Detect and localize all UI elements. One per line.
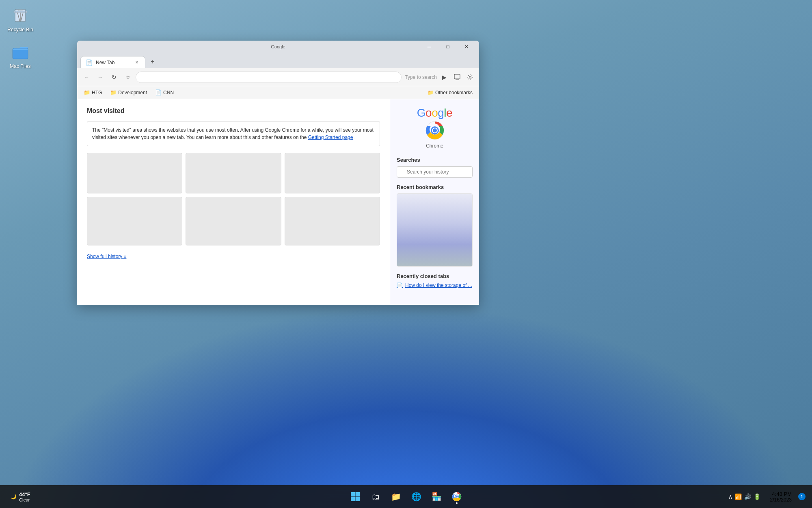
chrome-sub-label: Chrome	[426, 143, 443, 149]
search-history-input[interactable]	[397, 166, 473, 178]
taskbar-right: ∧ 📶 🔊 🔋 4:48 PM 2/16/2023 1	[728, 489, 806, 504]
browser-titlebar: Google ─ □ ✕	[77, 41, 479, 53]
taskbar-icon-search[interactable]: 🗂	[367, 488, 384, 506]
svg-rect-6	[18, 9, 22, 11]
back-button[interactable]: ←	[80, 71, 93, 83]
closed-tab-item[interactable]: 📄 How do I view the storage of ...	[397, 282, 473, 288]
logo-e: e	[446, 106, 452, 119]
system-tray-icons: ∧ 📶 🔊 🔋	[728, 493, 760, 500]
bookmark-development-label: Development	[118, 90, 147, 96]
start-button[interactable]	[346, 488, 364, 506]
svg-rect-21	[356, 497, 360, 501]
tray-battery[interactable]: 🔋	[754, 493, 760, 500]
tab-label: New Tab	[96, 60, 114, 65]
bookmark-cnn-label: CNN	[163, 90, 174, 96]
thumbnail-6[interactable]	[285, 197, 380, 245]
recent-bookmarks-area	[397, 193, 473, 267]
window-controls: ─ □ ✕	[420, 41, 476, 53]
desktop: Recycle Bin Mac Files Google ─ □ ✕ 📄	[0, 0, 812, 508]
thumbnail-4[interactable]	[87, 197, 182, 245]
weather-temp: 44°F	[19, 491, 30, 497]
chrome-settings-button[interactable]	[464, 72, 476, 83]
browser-title: Google	[271, 44, 285, 49]
browser-window: Google ─ □ ✕ 📄 New Tab ✕ + ← → ↻ ☆ Type …	[77, 41, 479, 305]
svg-point-26	[456, 496, 458, 498]
chrome-menu-arrow-button[interactable]: ▶	[438, 72, 450, 83]
recently-closed-title: Recently closed tabs	[397, 273, 473, 279]
weather-widget[interactable]: 🌙 44°F Clear	[6, 490, 35, 504]
searches-section: Searches 🔍	[397, 157, 473, 178]
close-button[interactable]: ✕	[457, 41, 476, 53]
thumbnail-3[interactable]	[285, 153, 380, 193]
closed-tab-favicon: 📄	[397, 282, 403, 288]
logo-o2: o	[432, 106, 438, 119]
show-full-history-link[interactable]: Show full history »	[87, 254, 126, 259]
taskbar-icon-edge[interactable]: 🌐	[407, 488, 425, 506]
getting-started-link[interactable]: Getting Started page	[308, 135, 353, 140]
browser-tabbar: 📄 New Tab ✕ +	[77, 53, 479, 68]
browser-navbar: ← → ↻ ☆ Type to search ▶	[77, 68, 479, 86]
thumbnail-1[interactable]	[87, 153, 182, 193]
searches-title: Searches	[397, 157, 473, 163]
bookmark-development-icon: 📁	[110, 89, 117, 96]
browser-tab-newtab[interactable]: 📄 New Tab ✕	[80, 56, 145, 68]
tab-close-button[interactable]: ✕	[134, 59, 140, 66]
svg-rect-18	[351, 492, 355, 497]
chrome-logo-circle	[425, 120, 445, 142]
search-history-wrapper: 🔍	[397, 166, 473, 178]
mac-files-label: Mac Files	[10, 63, 30, 69]
other-bookmarks[interactable]: 📁 Other bookmarks	[424, 89, 476, 97]
svg-rect-19	[356, 492, 360, 497]
bookmark-cnn-icon: 📄	[155, 89, 162, 96]
mac-files-icon[interactable]: Mac Files	[4, 41, 37, 71]
thumbnail-2[interactable]	[186, 153, 281, 193]
desktop-wallpaper-bloom	[0, 305, 812, 508]
recent-bookmarks-title: Recent bookmarks	[397, 184, 473, 190]
tray-sound[interactable]: 🔊	[744, 493, 751, 500]
browser-content: Most visited The "Most visited" area sho…	[77, 99, 479, 305]
svg-rect-10	[454, 74, 460, 79]
recycle-bin-icon[interactable]: Recycle Bin	[4, 4, 37, 34]
forward-button[interactable]: →	[94, 71, 106, 83]
new-tab-button[interactable]: +	[147, 56, 158, 67]
info-card: The "Most visited" area shows the websit…	[87, 121, 380, 146]
logo-o1: o	[425, 106, 432, 119]
svg-rect-20	[351, 497, 355, 501]
recent-bookmarks-section: Recent bookmarks	[397, 184, 473, 267]
svg-rect-5	[14, 11, 27, 13]
chrome-page-actions-button[interactable]	[451, 72, 463, 83]
maximize-button[interactable]: □	[438, 41, 457, 53]
weather-info: 44°F Clear	[19, 491, 30, 502]
system-clock[interactable]: 4:48 PM 2/16/2023	[767, 489, 795, 504]
weather-desc: Clear	[19, 497, 30, 502]
browser-main: Most visited The "Most visited" area sho…	[77, 99, 390, 305]
tab-favicon: 📄	[86, 59, 93, 66]
taskbar-icon-chrome[interactable]	[448, 488, 466, 506]
taskbar-icon-files[interactable]: 📁	[387, 488, 405, 506]
tray-network[interactable]: 📶	[735, 493, 742, 500]
bookmark-star-button[interactable]: ☆	[122, 71, 134, 83]
bookmark-htg-icon: 📁	[84, 89, 90, 96]
bookmark-cnn[interactable]: 📄 CNN	[152, 88, 177, 97]
logo-g: G	[417, 106, 425, 119]
notification-badge[interactable]: 1	[798, 493, 806, 500]
thumbnail-5[interactable]	[186, 197, 281, 245]
tray-chevron[interactable]: ∧	[728, 493, 732, 500]
thumbnail-row-2	[87, 197, 380, 245]
reload-button[interactable]: ↻	[108, 71, 120, 83]
other-bookmarks-label: Other bookmarks	[435, 90, 473, 96]
address-bar[interactable]	[136, 72, 402, 83]
browser-bookmarksbar: 📁 HTG 📁 Development 📄 CNN 📁 Other bookma…	[77, 86, 479, 99]
taskbar-icon-store[interactable]: 🏪	[428, 488, 445, 506]
svg-point-12	[469, 76, 471, 78]
closed-tab-label: How do I view the storage of ...	[405, 282, 472, 288]
recycle-bin-label: Recycle Bin	[7, 27, 33, 33]
minimize-button[interactable]: ─	[420, 41, 438, 53]
browser-sidebar: Google	[390, 99, 479, 305]
type-to-search-label: Type to search	[405, 74, 437, 80]
google-logo-text: Google	[417, 107, 452, 119]
taskbar-center: 🗂 📁 🌐 🏪	[346, 488, 466, 506]
weather-icon: 🌙	[11, 494, 17, 499]
bookmark-development[interactable]: 📁 Development	[107, 88, 150, 97]
bookmark-htg[interactable]: 📁 HTG	[80, 88, 105, 97]
